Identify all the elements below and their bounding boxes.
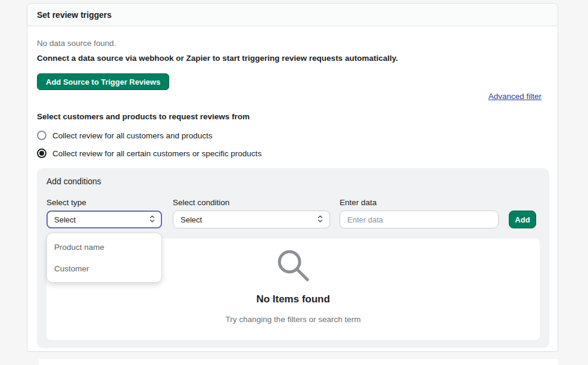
- select-customers-label: Select customers and products to request…: [37, 112, 250, 121]
- enter-data-input[interactable]: [340, 211, 499, 228]
- radio-all-customers[interactable]: Collect review for all customers and pro…: [37, 131, 213, 140]
- review-triggers-card: Set review triggers No data source found…: [27, 3, 558, 352]
- dropdown-option-product-name[interactable]: Product name: [47, 236, 161, 258]
- radio-certain-customers[interactable]: Collect review for all certain customers…: [37, 149, 262, 158]
- radio-label: Collect review for all customers and pro…: [52, 131, 213, 140]
- card-title: Set review triggers: [37, 10, 111, 20]
- add-conditions-panel: Add conditions Select type Select condit…: [37, 168, 549, 348]
- card-header: Set review triggers: [27, 4, 558, 26]
- select-condition-label: Select condition: [173, 198, 229, 207]
- enter-data-label: Enter data: [340, 198, 377, 207]
- dropdown-option-customer[interactable]: Customer: [47, 258, 161, 279]
- condition-select[interactable]: Select: [173, 211, 330, 228]
- updown-chevron-icon: [149, 214, 155, 225]
- page: { "card": { "title": "Set review trigger…: [0, 0, 588, 365]
- radio-label: Collect review for all certain customers…: [52, 149, 262, 158]
- type-select-dropdown: Product name Customer: [46, 233, 162, 283]
- empty-state-title: No Items found: [46, 293, 540, 305]
- updown-chevron-icon: [317, 214, 323, 225]
- select-type-label: Select type: [46, 198, 86, 207]
- type-select-value: Select: [54, 215, 76, 224]
- connect-data-source-text: Connect a data source via webhook or Zap…: [37, 54, 398, 63]
- no-data-source-text: No data source found.: [37, 39, 116, 48]
- next-card-edge: [39, 359, 558, 365]
- radio-circle-unselected[interactable]: [37, 131, 46, 140]
- add-condition-button[interactable]: Add: [509, 211, 536, 228]
- condition-select-value: Select: [181, 215, 202, 224]
- add-conditions-title: Add conditions: [46, 177, 101, 186]
- advanced-filter-link[interactable]: Advanced filter: [489, 92, 542, 101]
- radio-circle-selected[interactable]: [37, 149, 46, 158]
- type-select[interactable]: Select: [46, 211, 162, 228]
- add-source-button[interactable]: Add Source to Trigger Reviews: [37, 73, 169, 90]
- empty-state-subtitle: Try changing the filters or search term: [46, 315, 540, 324]
